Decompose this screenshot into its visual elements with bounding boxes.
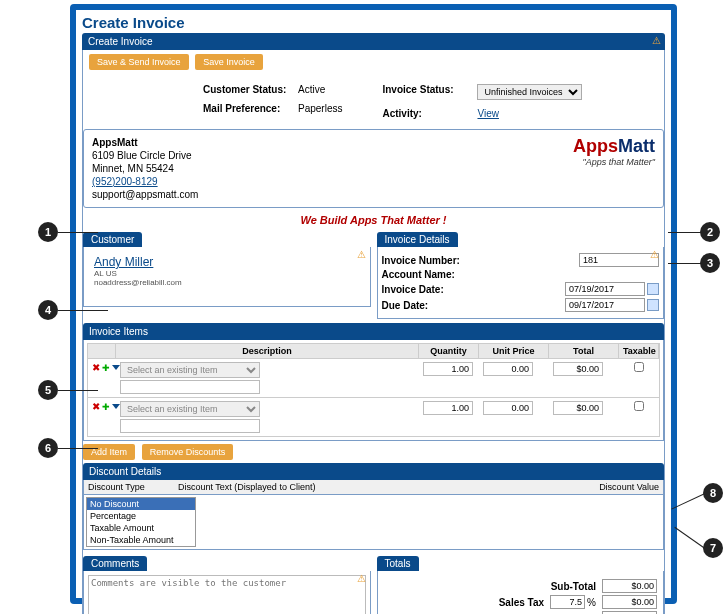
delete-icon[interactable]: ✖ xyxy=(92,362,100,373)
customer-email: noaddress@reliabill.com xyxy=(94,278,366,287)
line-total xyxy=(553,362,603,376)
company-addr1: 6109 Blue Circle Drive xyxy=(92,149,198,162)
invoice-date-input[interactable] xyxy=(565,282,645,296)
delete-icon[interactable]: ✖ xyxy=(92,401,100,412)
col-unit-price: Unit Price xyxy=(479,344,549,358)
comments-panel: Comments ⚠ xyxy=(83,556,371,614)
customer-panel: Customer ⚠ Andy Miller AL US noaddress@r… xyxy=(83,232,371,319)
qty-input[interactable] xyxy=(423,362,473,376)
discount-option[interactable]: Non-Taxable Amount xyxy=(87,534,195,546)
discount-panel: Discount Details Discount Type Discount … xyxy=(83,463,664,550)
taxable-checkbox[interactable] xyxy=(634,401,644,411)
sales-tax-label: Sales Tax xyxy=(499,597,544,608)
customer-header: Customer xyxy=(91,234,134,245)
callout-6: 6 xyxy=(38,438,58,458)
col-description: Description xyxy=(116,344,419,358)
invoice-status-label: Invoice Status: xyxy=(382,84,477,100)
col-taxable: Taxable xyxy=(619,344,659,358)
company-email: support@appsmatt.com xyxy=(92,188,198,201)
callout-4: 4 xyxy=(38,300,58,320)
remove-discounts-button[interactable]: Remove Discounts xyxy=(142,444,234,460)
add-icon[interactable]: ✚ xyxy=(102,402,110,412)
tax-amount xyxy=(602,595,657,609)
callout-5: 5 xyxy=(38,380,58,400)
activity-link[interactable]: View xyxy=(477,108,499,119)
item-desc-input[interactable] xyxy=(120,419,260,433)
logo-matt: Matt xyxy=(618,136,655,156)
col-quantity: Quantity xyxy=(419,344,479,358)
meta-section: Customer Status:Active Mail Preference:P… xyxy=(83,82,664,121)
company-addr2: Minnet, MN 55424 xyxy=(92,162,198,175)
discount-type-dropdown[interactable]: No DiscountPercentageTaxable AmountNon-T… xyxy=(86,497,196,547)
company-tagline: We Build Apps That Matter ! xyxy=(83,208,664,230)
panel-title-text: Create Invoice xyxy=(88,36,152,47)
top-button-row: Save & Send Invoice Save Invoice xyxy=(83,50,664,74)
item-row: ✖✚ Select an existing Item xyxy=(87,398,660,437)
invoice-number-label: Invoice Number: xyxy=(382,255,492,266)
warn-icon: ⚠ xyxy=(357,573,366,584)
add-icon[interactable]: ✚ xyxy=(102,363,110,373)
discount-col-value: Discount Value xyxy=(569,482,659,492)
taxable-checkbox[interactable] xyxy=(634,362,644,372)
comments-textarea[interactable] xyxy=(88,575,366,614)
window-title: Create Invoice xyxy=(76,10,671,33)
main-panel-header: Create Invoice ⚠ xyxy=(82,33,665,50)
customer-name-link[interactable]: Andy Miller xyxy=(94,255,153,269)
item-desc-input[interactable] xyxy=(120,380,260,394)
customer-status-label: Customer Status: xyxy=(203,84,298,95)
save-send-button-top[interactable]: Save & Send Invoice xyxy=(89,54,189,70)
add-item-button[interactable]: Add Item xyxy=(83,444,135,460)
save-button-top[interactable]: Save Invoice xyxy=(195,54,263,70)
company-name: AppsMatt xyxy=(92,136,198,149)
calendar-icon[interactable] xyxy=(647,283,659,295)
company-block: AppsMatt 6109 Blue Circle Drive Minnet, … xyxy=(83,129,664,208)
company-phone[interactable]: (952)200-8129 xyxy=(92,176,158,187)
mail-pref-label: Mail Preference: xyxy=(203,103,298,114)
due-date-label: Due Date: xyxy=(382,300,492,311)
warn-icon: ⚠ xyxy=(652,35,661,46)
totals-panel: Totals Sub-Total Sales Tax% Total Amount… xyxy=(377,556,665,614)
activity-label: Activity: xyxy=(382,108,477,119)
item-select[interactable]: Select an existing Item xyxy=(120,401,260,417)
discount-col-type: Discount Type xyxy=(88,482,178,492)
customer-locale: AL US xyxy=(94,269,366,278)
price-input[interactable] xyxy=(483,401,533,415)
discount-col-text: Discount Text (Displayed to Client) xyxy=(178,482,569,492)
items-header: Invoice Items xyxy=(83,323,664,340)
line-total xyxy=(553,401,603,415)
callout-7: 7 xyxy=(703,538,723,558)
col-total: Total xyxy=(549,344,619,358)
calendar-icon[interactable] xyxy=(647,299,659,311)
callout-2: 2 xyxy=(700,222,720,242)
logo-apps: Apps xyxy=(573,136,618,156)
subtotal-value xyxy=(602,579,657,593)
due-date-input[interactable] xyxy=(565,298,645,312)
customer-status-value: Active xyxy=(298,84,325,95)
items-columns: Description Quantity Unit Price Total Ta… xyxy=(87,343,660,359)
subtotal-label: Sub-Total xyxy=(551,581,596,592)
invoice-date-label: Invoice Date: xyxy=(382,284,492,295)
callout-1: 1 xyxy=(38,222,58,242)
invoice-details-header: Invoice Details xyxy=(385,234,450,245)
company-logo: AppsMatt "Apps that Matter" xyxy=(573,136,655,167)
warn-icon: ⚠ xyxy=(650,249,659,260)
callout-8: 8 xyxy=(703,483,723,503)
discount-option[interactable]: No Discount xyxy=(87,498,195,510)
item-row: ✖✚ Select an existing Item xyxy=(87,359,660,398)
warn-icon: ⚠ xyxy=(357,249,366,260)
account-name-label: Account Name: xyxy=(382,269,492,280)
discount-option[interactable]: Taxable Amount xyxy=(87,522,195,534)
tax-rate-input[interactable] xyxy=(550,595,585,609)
qty-input[interactable] xyxy=(423,401,473,415)
logo-tagline: "Apps that Matter" xyxy=(573,157,655,167)
invoice-status-select[interactable]: Unfinished Invoices xyxy=(477,84,582,100)
invoice-details-panel: Invoice Details ⚠ Invoice Number: Accoun… xyxy=(377,232,665,319)
invoice-number-input[interactable] xyxy=(579,253,659,267)
item-select[interactable]: Select an existing Item xyxy=(120,362,260,378)
price-input[interactable] xyxy=(483,362,533,376)
totals-header: Totals xyxy=(385,558,411,569)
discount-option[interactable]: Percentage xyxy=(87,510,195,522)
callout-3: 3 xyxy=(700,253,720,273)
mail-pref-value: Paperless xyxy=(298,103,342,114)
percent-sign: % xyxy=(587,597,596,608)
